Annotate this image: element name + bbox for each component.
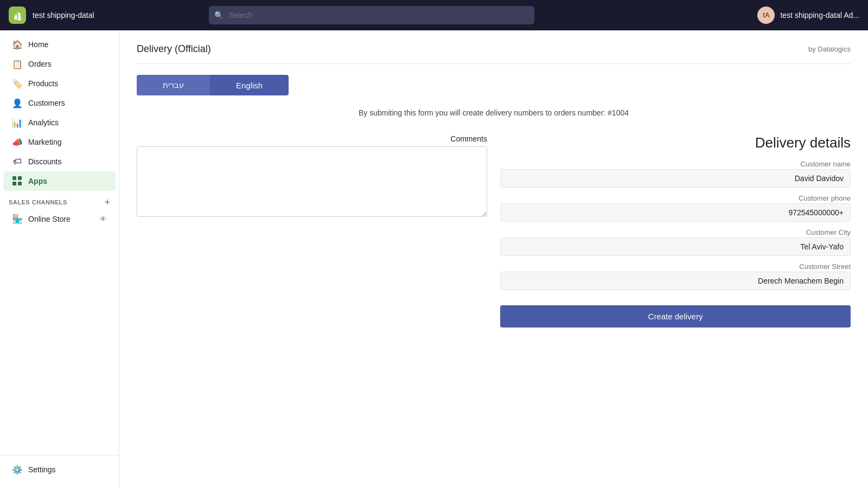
sidebar-item-settings[interactable]: ⚙️ Settings (3, 460, 116, 479)
customer-street-input[interactable] (500, 272, 851, 290)
page-header: Delivery (Official) by Datalogics (137, 43, 851, 64)
svg-rect-0 (12, 176, 16, 180)
sidebar-item-label: Analytics (28, 118, 59, 127)
orders-icon: 📋 (12, 59, 23, 69)
customer-city-group: Customer City (500, 228, 851, 256)
apps-icon (12, 176, 23, 187)
comments-section: Comments (137, 134, 487, 217)
customer-name-label: Customer name (500, 160, 851, 168)
delivery-details-section: Delivery details Customer name Customer … (500, 134, 851, 328)
sidebar: 🏠 Home 📋 Orders 🏷️ Products 👤 Customers … (0, 30, 119, 488)
page-by-label: by Datalogics (808, 45, 851, 53)
sidebar-item-home[interactable]: 🏠 Home (3, 35, 116, 54)
language-buttons: עברית English (137, 75, 851, 95)
sidebar-item-analytics[interactable]: 📊 Analytics (3, 113, 116, 132)
sidebar-item-label: Orders (28, 60, 52, 68)
svg-rect-3 (18, 182, 22, 185)
add-sales-channel-button[interactable]: + (104, 197, 110, 207)
customer-name-group: Customer name (500, 160, 851, 188)
sidebar-item-label: Customers (28, 99, 65, 107)
marketing-icon: 📣 (12, 137, 23, 147)
discounts-icon: 🏷 (12, 156, 23, 167)
customer-city-label: Customer City (500, 228, 851, 236)
sidebar-item-products[interactable]: 🏷️ Products (3, 74, 116, 93)
form-grid: Comments Delivery details Customer name … (137, 134, 851, 328)
form-subtitle: By submiting this form you will create d… (137, 108, 851, 117)
sidebar-item-label: Discounts (28, 157, 61, 166)
store-name: test shipping-datal (33, 11, 94, 20)
customer-phone-input[interactable] (500, 203, 851, 222)
home-icon: 🏠 (12, 39, 23, 50)
analytics-icon: 📊 (12, 117, 23, 128)
customer-street-group: Customer Street (500, 262, 851, 290)
sidebar-item-label: Apps (28, 177, 47, 185)
sidebar-item-online-store[interactable]: 🏪 Online Store 👁 (3, 209, 116, 228)
sidebar-nav: 🏠 Home 📋 Orders 🏷️ Products 👤 Customers … (0, 30, 119, 455)
search-icon: 🔍 (214, 11, 224, 20)
customers-icon: 👤 (12, 98, 23, 108)
sales-channels-label: SALES CHANNELS (9, 199, 67, 206)
online-store-left[interactable]: 🏪 Online Store (12, 214, 71, 224)
sidebar-item-marketing[interactable]: 📣 Marketing (3, 132, 116, 152)
shopify-logo (9, 7, 26, 24)
create-delivery-button[interactable]: Create delivery (500, 305, 851, 328)
page-title: Delivery (Official) (137, 43, 211, 55)
topbar: test shipping-datal 🔍 tA test shipping-d… (0, 0, 868, 30)
customer-phone-group: Customer phone (500, 194, 851, 222)
hebrew-lang-button[interactable]: עברית (137, 75, 210, 95)
svg-rect-2 (12, 182, 16, 185)
sidebar-item-customers[interactable]: 👤 Customers (3, 93, 116, 113)
main-content: Delivery (Official) by Datalogics עברית … (119, 30, 868, 488)
layout: 🏠 Home 📋 Orders 🏷️ Products 👤 Customers … (0, 30, 868, 488)
sidebar-item-label: Products (28, 79, 58, 88)
search-input[interactable] (209, 6, 534, 24)
sales-channels-header: SALES CHANNELS + (0, 191, 119, 209)
delivery-details-title: Delivery details (500, 134, 851, 151)
products-icon: 🏷️ (12, 78, 23, 89)
customer-city-input[interactable] (500, 237, 851, 256)
sidebar-item-discounts[interactable]: 🏷 Discounts (3, 152, 116, 171)
topbar-right: tA test shipping-datal Ad... (757, 7, 859, 24)
sidebar-footer: ⚙️ Settings (0, 455, 119, 488)
eye-icon[interactable]: 👁 (99, 215, 107, 223)
avatar: tA (757, 7, 775, 24)
settings-icon: ⚙️ (12, 464, 23, 475)
sidebar-item-label: Marketing (28, 138, 61, 146)
customer-phone-label: Customer phone (500, 194, 851, 202)
sidebar-item-label: Home (28, 40, 48, 49)
search-bar[interactable]: 🔍 (209, 6, 534, 24)
comments-label: Comments (137, 134, 487, 143)
sidebar-item-apps[interactable]: Apps (3, 171, 116, 191)
page-container: Delivery (Official) by Datalogics עברית … (119, 30, 868, 488)
online-store-label: Online Store (28, 215, 71, 223)
comments-textarea[interactable] (137, 146, 487, 217)
store-icon: 🏪 (12, 214, 23, 224)
customer-name-input[interactable] (500, 169, 851, 188)
customer-street-label: Customer Street (500, 262, 851, 271)
svg-rect-1 (18, 176, 22, 180)
user-name: test shipping-datal Ad... (780, 11, 859, 20)
sidebar-item-orders[interactable]: 📋 Orders (3, 54, 116, 74)
english-lang-button[interactable]: English (210, 75, 289, 95)
sidebar-item-label: Settings (28, 465, 56, 474)
